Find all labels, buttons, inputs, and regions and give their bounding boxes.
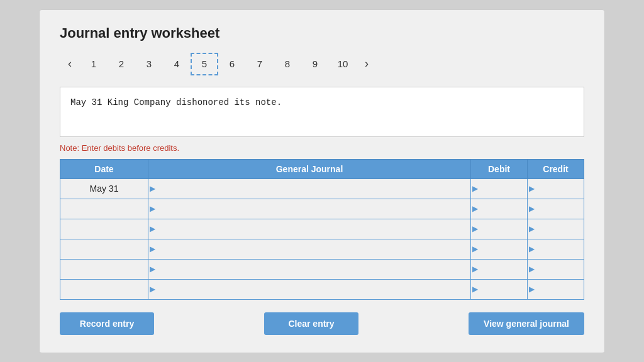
header-gj: General Journal xyxy=(148,159,471,178)
header-date: Date xyxy=(60,159,148,178)
debit-arrow-4: ▶ xyxy=(472,265,478,273)
clear-entry-button[interactable]: Clear entry xyxy=(264,312,358,335)
gj-cell-4[interactable]: ▶ xyxy=(148,259,471,279)
date-cell-3 xyxy=(60,239,148,259)
description-box: May 31 King Company dishonored its note. xyxy=(60,87,584,137)
credit-input-4[interactable] xyxy=(535,264,584,274)
debit-cell-4[interactable]: ▶ xyxy=(471,259,528,279)
pagination-next[interactable]: › xyxy=(357,53,377,75)
credit-arrow-2: ▶ xyxy=(529,224,535,233)
table-row: ▶▶▶ xyxy=(60,239,584,259)
pagination-item-4[interactable]: 4 xyxy=(163,53,191,75)
date-cell-5 xyxy=(60,279,148,299)
credit-input-2[interactable] xyxy=(535,224,584,234)
gj-arrow-0: ▶ xyxy=(150,184,155,193)
debit-input-2[interactable] xyxy=(478,224,527,234)
gj-cell-5[interactable]: ▶ xyxy=(148,279,471,299)
debit-input-0[interactable] xyxy=(478,184,527,194)
gj-cell-2[interactable]: ▶ xyxy=(148,219,471,239)
note-text: Note: Enter debits before credits. xyxy=(60,143,584,153)
pagination-item-3[interactable]: 3 xyxy=(135,53,163,75)
debit-arrow-2: ▶ xyxy=(472,224,478,233)
gj-input-0[interactable] xyxy=(155,184,470,194)
date-cell-2 xyxy=(60,219,148,239)
gj-input-1[interactable] xyxy=(155,204,470,214)
gj-arrow-2: ▶ xyxy=(150,224,155,233)
buttons-row: Record entry Clear entry View general jo… xyxy=(60,312,584,335)
table-row: ▶▶▶ xyxy=(60,259,584,279)
date-cell-0: May 31 xyxy=(60,178,148,199)
pagination-item-1[interactable]: 1 xyxy=(80,53,108,75)
debit-input-1[interactable] xyxy=(478,204,527,214)
pagination-item-5[interactable]: 5 xyxy=(191,53,218,75)
gj-input-4[interactable] xyxy=(155,264,470,274)
table-row: ▶▶▶ xyxy=(60,199,584,219)
pagination-item-7[interactable]: 7 xyxy=(246,53,274,75)
gj-cell-3[interactable]: ▶ xyxy=(148,239,471,259)
debit-arrow-3: ▶ xyxy=(472,244,478,253)
pagination: ‹ 1 2 3 4 5 6 7 8 9 10 › xyxy=(60,53,584,75)
debit-cell-2[interactable]: ▶ xyxy=(471,219,528,239)
header-debit: Debit xyxy=(471,159,528,178)
debit-input-4[interactable] xyxy=(478,264,527,274)
debit-cell-1[interactable]: ▶ xyxy=(471,199,528,219)
view-journal-button[interactable]: View general journal xyxy=(469,312,584,335)
gj-arrow-4: ▶ xyxy=(150,265,155,273)
debit-arrow-5: ▶ xyxy=(472,285,478,293)
credit-input-1[interactable] xyxy=(535,204,584,214)
table-row: May 31▶▶▶ xyxy=(60,178,584,199)
pagination-item-6[interactable]: 6 xyxy=(218,53,246,75)
credit-arrow-5: ▶ xyxy=(529,285,535,293)
date-cell-4 xyxy=(60,259,148,279)
credit-cell-1[interactable]: ▶ xyxy=(528,199,584,219)
header-credit: Credit xyxy=(528,159,584,178)
debit-input-5[interactable] xyxy=(478,284,527,294)
credit-cell-3[interactable]: ▶ xyxy=(528,239,584,259)
credit-input-0[interactable] xyxy=(535,184,584,194)
credit-arrow-3: ▶ xyxy=(529,244,535,253)
gj-arrow-1: ▶ xyxy=(150,204,155,213)
page-title: Journal entry worksheet xyxy=(60,25,584,41)
table-row: ▶▶▶ xyxy=(60,279,584,299)
journal-table: Date General Journal Debit Credit May 31… xyxy=(60,159,584,300)
gj-input-5[interactable] xyxy=(155,284,470,294)
gj-cell-1[interactable]: ▶ xyxy=(148,199,471,219)
debit-cell-3[interactable]: ▶ xyxy=(471,239,528,259)
worksheet-container: Journal entry worksheet ‹ 1 2 3 4 5 6 7 … xyxy=(39,9,605,353)
gj-arrow-3: ▶ xyxy=(150,244,155,253)
table-row: ▶▶▶ xyxy=(60,219,584,239)
pagination-item-8[interactable]: 8 xyxy=(274,53,301,75)
credit-cell-4[interactable]: ▶ xyxy=(528,259,584,279)
pagination-item-9[interactable]: 9 xyxy=(301,53,329,75)
credit-arrow-4: ▶ xyxy=(529,265,535,273)
credit-arrow-0: ▶ xyxy=(529,184,535,193)
gj-input-3[interactable] xyxy=(155,244,470,254)
debit-input-3[interactable] xyxy=(478,244,527,254)
gj-cell-0[interactable]: ▶ xyxy=(148,178,471,199)
debit-cell-5[interactable]: ▶ xyxy=(471,279,528,299)
credit-cell-2[interactable]: ▶ xyxy=(528,219,584,239)
gj-arrow-5: ▶ xyxy=(150,285,155,293)
debit-arrow-0: ▶ xyxy=(472,184,478,193)
credit-arrow-1: ▶ xyxy=(529,204,535,213)
debit-cell-0[interactable]: ▶ xyxy=(471,178,528,199)
pagination-item-2[interactable]: 2 xyxy=(108,53,135,75)
pagination-item-10[interactable]: 10 xyxy=(329,53,357,75)
credit-cell-0[interactable]: ▶ xyxy=(528,178,584,199)
description-text: May 31 King Company dishonored its note. xyxy=(70,97,282,107)
credit-input-3[interactable] xyxy=(535,244,584,254)
record-entry-button[interactable]: Record entry xyxy=(60,312,154,335)
credit-input-5[interactable] xyxy=(535,284,584,294)
date-cell-1 xyxy=(60,199,148,219)
pagination-prev[interactable]: ‹ xyxy=(60,53,80,75)
credit-cell-5[interactable]: ▶ xyxy=(528,279,584,299)
gj-input-2[interactable] xyxy=(155,224,470,234)
debit-arrow-1: ▶ xyxy=(472,204,478,213)
